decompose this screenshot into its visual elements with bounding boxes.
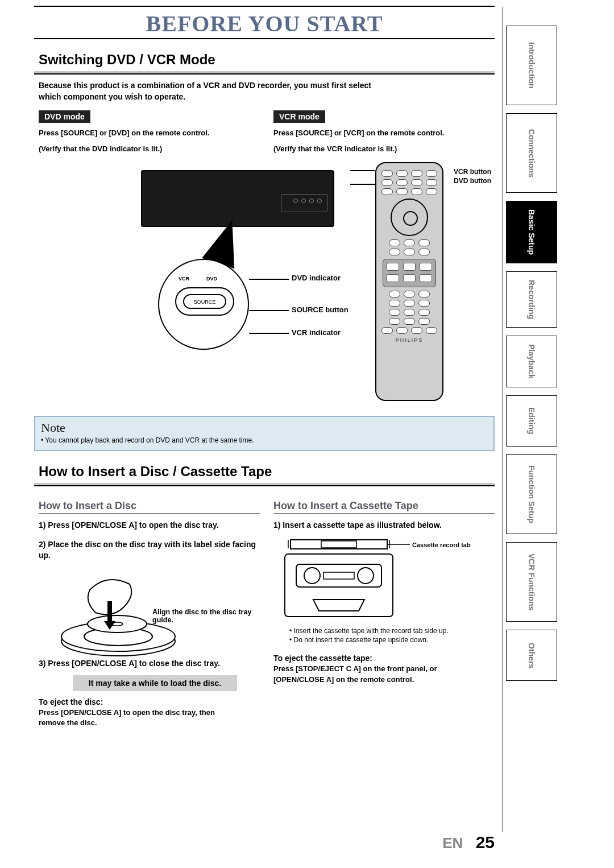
svg-point-9 bbox=[304, 568, 320, 584]
page-content: BEFORE YOU START Switching DVD / VCR Mod… bbox=[23, 0, 495, 868]
remote-brand: PHILIPS bbox=[381, 337, 438, 343]
dpad-icon bbox=[391, 199, 428, 236]
page-banner: BEFORE YOU START bbox=[34, 10, 495, 37]
dvd-vcr-unit bbox=[141, 170, 334, 227]
tab-connections: Connections bbox=[506, 113, 557, 193]
vcr-mode-badge: VCR mode bbox=[273, 110, 325, 123]
disc-insert-illustration bbox=[56, 567, 186, 664]
insert-disc-column: How to Insert a Disc 1) Press [OPEN/CLOS… bbox=[39, 494, 260, 728]
tab-basic-setup: Basic Setup bbox=[506, 201, 557, 263]
loading-note: It may take a while to load the disc. bbox=[73, 675, 237, 691]
note-box: Note • You cannot play back and record o… bbox=[34, 416, 495, 451]
footer-page-number: 25 bbox=[476, 833, 495, 852]
cassette-heading: How to Insert a Cassette Tape bbox=[273, 500, 495, 514]
svg-rect-6 bbox=[321, 541, 356, 548]
section-title-insert: How to Insert a Disc / Cassette Tape bbox=[34, 461, 495, 483]
tab-introduction: Introduction bbox=[506, 26, 557, 105]
page-footer: EN 25 bbox=[442, 833, 495, 852]
source-callout: VCR DVD SOURCE bbox=[158, 259, 249, 350]
svg-rect-11 bbox=[323, 572, 354, 579]
section-tabs: Introduction Connections Basic Setup Rec… bbox=[506, 26, 557, 681]
tab-recording: Recording bbox=[506, 271, 557, 328]
disc-heading: How to Insert a Disc bbox=[39, 500, 260, 514]
note-title: Note bbox=[41, 420, 488, 435]
dvd-mode-badge: DVD mode bbox=[39, 110, 90, 123]
dvd-mode-column: DVD mode Press [SOURCE] or [DVD] on the … bbox=[39, 110, 260, 154]
tab-function-setup: Function Setup bbox=[506, 454, 557, 534]
remote-control: PHILIPS bbox=[375, 162, 443, 401]
label-source-button: SOURCE button bbox=[292, 305, 349, 314]
cassette-illustration: Cassette record tab bbox=[279, 537, 438, 622]
svg-point-3 bbox=[88, 615, 147, 633]
cassette-note-2: • Do not insert the cassette tape upside… bbox=[284, 636, 495, 644]
tab-editing: Editing bbox=[506, 395, 557, 447]
tab-playback: Playback bbox=[506, 336, 557, 387]
page-divider bbox=[503, 7, 503, 832]
label-vcr-indicator: VCR indicator bbox=[292, 328, 341, 337]
vcr-mode-column: VCR mode Press [SOURCE] or [VCR] on the … bbox=[273, 110, 495, 154]
footer-lang: EN bbox=[442, 834, 463, 852]
svg-point-10 bbox=[358, 568, 374, 584]
tab-vcr-functions: VCR Functions bbox=[506, 542, 557, 622]
insert-cassette-column: How to Insert a Cassette Tape 1) Insert … bbox=[273, 494, 495, 728]
cassette-tab-label: Cassette record tab bbox=[412, 542, 471, 548]
section-title-switching: Switching DVD / VCR Mode bbox=[34, 49, 495, 71]
note-body: • You cannot play back and record on DVD… bbox=[41, 436, 488, 444]
device-diagram: VCR DVD SOURCE DVD indicator SOURCE butt… bbox=[39, 162, 495, 407]
remote-labels: VCR button DVD button bbox=[454, 167, 491, 186]
cassette-note-1: • Insert the cassette tape with the reco… bbox=[284, 627, 495, 635]
label-dvd-indicator: DVD indicator bbox=[292, 274, 341, 282]
intro-text: Because this product is a combination of… bbox=[39, 80, 495, 102]
tab-others: Others bbox=[506, 630, 557, 681]
